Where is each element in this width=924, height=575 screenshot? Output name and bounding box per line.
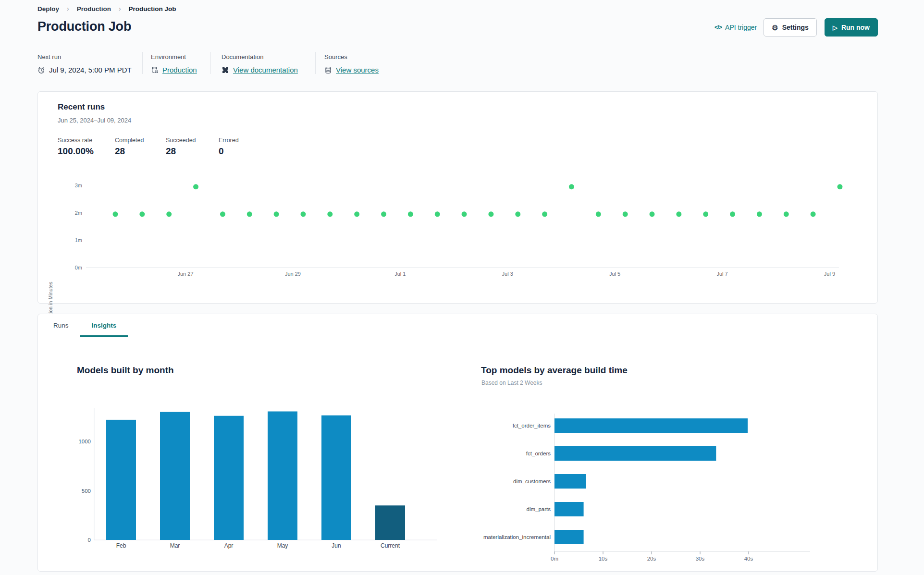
svg-text:May: May: [277, 542, 288, 549]
run-duration-point[interactable]: [408, 211, 413, 217]
svg-text:fct_orders: fct_orders: [526, 451, 551, 456]
run-duration-point[interactable]: [623, 211, 628, 217]
next-run-value: Jul 9, 2024, 5:00 PM PDT: [49, 66, 132, 74]
run-duration-point[interactable]: [113, 211, 118, 217]
run-duration-point[interactable]: [274, 211, 279, 217]
run-duration-point[interactable]: [327, 211, 333, 217]
month-bar[interactable]: [160, 412, 190, 540]
run-duration-point[interactable]: [676, 211, 681, 217]
recent-runs-card: Recent runs Jun 25, 2024–Jul 09, 2024 Su…: [37, 91, 878, 304]
svg-text:10s: 10s: [599, 556, 608, 562]
svg-text:500: 500: [82, 488, 91, 494]
run-duration-point[interactable]: [569, 184, 574, 189]
run-duration-point[interactable]: [462, 211, 467, 217]
tab-insights[interactable]: Insights: [80, 314, 128, 337]
top-models-chart: 0m10s20s30s40sfct_order_itemsfct_ordersd…: [481, 408, 817, 567]
recent-runs-date-range: Jun 25, 2024–Jul 09, 2024: [58, 117, 131, 124]
run-duration-point[interactable]: [757, 211, 762, 217]
stat-succeeded: Succeeded 28: [166, 137, 219, 157]
top-models-title: Top models by average build time: [481, 365, 628, 376]
model-build-time-bar[interactable]: [554, 474, 586, 489]
recent-runs-stats: Success rate 100.00% Completed 28 Succee…: [58, 137, 239, 157]
model-build-time-bar[interactable]: [554, 530, 584, 544]
models-by-month-chart: 05001000FebMarAprMayJunCurrent: [77, 403, 443, 553]
environment-label: Environment: [151, 53, 210, 61]
breadcrumb-deploy[interactable]: Deploy: [37, 5, 59, 12]
breadcrumb-current: Production Job: [129, 5, 176, 12]
svg-text:Jun 27: Jun 27: [177, 271, 193, 277]
run-duration-point[interactable]: [730, 211, 735, 217]
meta-next-run: Next run Jul 9, 2024, 5:00 PM PDT: [37, 52, 142, 74]
run-duration-point[interactable]: [837, 184, 842, 189]
run-duration-point[interactable]: [703, 211, 708, 217]
svg-text:0m: 0m: [75, 265, 82, 270]
run-duration-point[interactable]: [488, 211, 493, 217]
run-duration-point[interactable]: [650, 211, 655, 217]
recent-runs-title: Recent runs: [58, 102, 105, 112]
svg-text:Jul 9: Jul 9: [824, 271, 835, 277]
run-duration-point[interactable]: [381, 211, 386, 217]
breadcrumb: Deploy › Production › Production Job: [37, 5, 176, 12]
run-duration-point[interactable]: [193, 184, 198, 189]
page-title: Production Job: [37, 19, 131, 34]
svg-text:Apr: Apr: [224, 542, 234, 549]
environment-link[interactable]: Production: [162, 66, 197, 74]
settings-label: Settings: [782, 24, 809, 31]
view-sources-link[interactable]: View sources: [336, 66, 379, 74]
top-models-subtitle: Based on Last 2 Weeks: [481, 379, 542, 386]
svg-text:2m: 2m: [75, 210, 82, 216]
month-bar[interactable]: [214, 416, 244, 540]
model-build-time-bar[interactable]: [554, 502, 584, 516]
run-now-button[interactable]: ▷ Run now: [825, 18, 878, 37]
breadcrumb-production[interactable]: Production: [77, 5, 111, 12]
run-duration-point[interactable]: [435, 211, 440, 217]
run-duration-point[interactable]: [515, 211, 520, 217]
svg-text:materialization_incremental: materialization_incremental: [483, 534, 551, 540]
svg-text:40s: 40s: [744, 556, 753, 562]
meta-environment: Environment Production: [142, 52, 210, 74]
api-trigger-link[interactable]: </> API trigger: [715, 24, 757, 31]
tab-bar: Runs Insights: [38, 314, 877, 337]
build-duration-chart: Build Duration in Minutes 0m1m2m3mJun 27…: [58, 178, 846, 281]
svg-text:1m: 1m: [75, 237, 82, 243]
run-duration-point[interactable]: [139, 211, 145, 217]
run-duration-point[interactable]: [166, 211, 172, 217]
run-duration-point[interactable]: [596, 211, 601, 217]
run-duration-point[interactable]: [220, 211, 225, 217]
alarm-clock-icon: [37, 66, 45, 74]
model-build-time-bar[interactable]: [554, 446, 716, 461]
svg-text:0: 0: [88, 537, 91, 543]
run-duration-point[interactable]: [784, 211, 789, 217]
svg-text:Mar: Mar: [170, 542, 180, 549]
settings-button[interactable]: ⚙ Settings: [764, 18, 817, 37]
svg-text:fct_order_items: fct_order_items: [513, 423, 551, 428]
view-documentation-link[interactable]: View documentation: [233, 66, 298, 74]
month-bar[interactable]: [268, 411, 297, 540]
build-duration-scatter-plot: 0m1m2m3mJun 27Jun 29Jul 1Jul 3Jul 5Jul 7…: [58, 178, 846, 281]
svg-text:1000: 1000: [78, 439, 91, 444]
run-duration-point[interactable]: [300, 211, 306, 217]
meta-sources: Sources View sources: [315, 52, 411, 74]
run-duration-point[interactable]: [811, 211, 816, 217]
run-duration-point[interactable]: [354, 211, 359, 217]
month-bar[interactable]: [321, 416, 351, 540]
api-trigger-label: API trigger: [725, 24, 757, 31]
svg-text:dim_parts: dim_parts: [527, 506, 551, 512]
header-actions: </> API trigger ⚙ Settings ▷ Run now: [715, 18, 878, 37]
month-bar[interactable]: [106, 420, 136, 540]
model-build-time-bar[interactable]: [554, 418, 748, 433]
month-bar[interactable]: [375, 505, 405, 540]
chevron-right-icon: ›: [119, 5, 121, 12]
svg-text:Jun 29: Jun 29: [285, 271, 301, 277]
svg-text:Jul 3: Jul 3: [502, 271, 513, 277]
svg-text:Jul 1: Jul 1: [394, 271, 406, 277]
gear-icon: ⚙: [772, 24, 778, 31]
svg-text:20s: 20s: [647, 556, 656, 562]
svg-text:Jul 7: Jul 7: [716, 271, 727, 277]
svg-text:Jul 5: Jul 5: [609, 271, 620, 277]
run-duration-point[interactable]: [247, 211, 252, 217]
run-duration-point[interactable]: [542, 211, 547, 217]
production-job-page: Deploy › Production › Production Job Pro…: [0, 0, 924, 575]
tab-runs[interactable]: Runs: [42, 314, 80, 337]
stat-success-rate: Success rate 100.00%: [58, 137, 115, 157]
